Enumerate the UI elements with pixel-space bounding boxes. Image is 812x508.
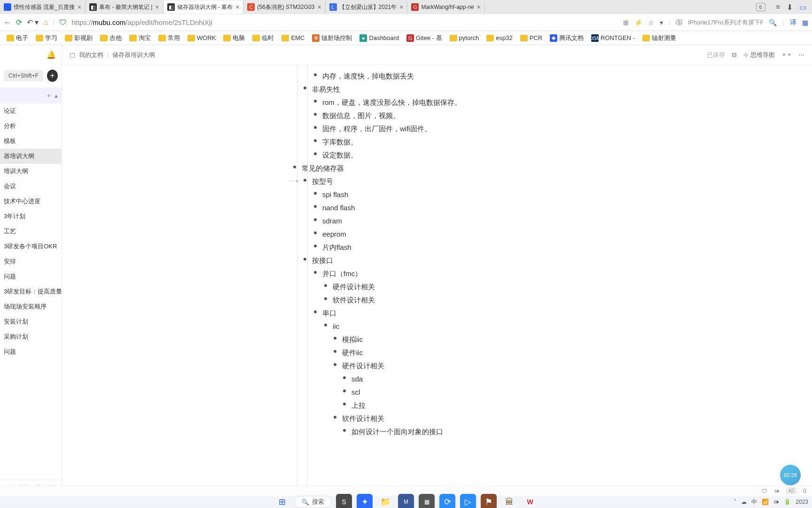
- app-icon-8[interactable]: W: [522, 494, 538, 508]
- bookmark-item[interactable]: pytorch: [447, 33, 482, 42]
- close-icon[interactable]: ×: [477, 3, 481, 11]
- node-text[interactable]: eeprom: [322, 228, 803, 241]
- bookmark-item[interactable]: 临时: [250, 33, 277, 43]
- search-engine-icon[interactable]: Ⓢ: [676, 18, 682, 27]
- collapse-icon[interactable]: ▴: [55, 92, 58, 99]
- outline-node[interactable]: scl: [351, 386, 803, 399]
- bullet-icon[interactable]: [293, 166, 296, 168]
- browser-tab[interactable]: GMarkWang/hf-app-ne×: [407, 0, 484, 14]
- search-doc-icon[interactable]: ⊟: [732, 51, 737, 58]
- node-text[interactable]: 并口（fmc）: [322, 267, 803, 280]
- node-text[interactable]: 非易失性: [312, 83, 803, 96]
- outline-node[interactable]: 片内flash: [322, 241, 803, 254]
- bookmark-item[interactable]: 电子: [4, 33, 31, 43]
- bookmark-item[interactable]: esp32: [484, 33, 515, 42]
- tab-count-badge[interactable]: 6: [756, 3, 765, 11]
- add-button[interactable]: +: [47, 70, 58, 82]
- app-icon-1[interactable]: S: [336, 494, 352, 508]
- document-item[interactable]: 培训大纲: [0, 164, 62, 179]
- more-icon[interactable]: ⋯: [798, 51, 804, 58]
- dropdown-icon[interactable]: ▾: [660, 19, 663, 26]
- undo-icon[interactable]: ↶ ▾: [27, 18, 39, 27]
- outline-node[interactable]: 硬件设计相关: [342, 359, 803, 373]
- bullet-icon[interactable]: [343, 389, 346, 392]
- app-icon-2[interactable]: ✦: [357, 494, 373, 508]
- bookmark-item[interactable]: ●Dashboard: [357, 33, 402, 43]
- outline-node[interactable]: 并口（fmc）: [322, 267, 803, 280]
- outline-node[interactable]: 字库数据。: [322, 135, 803, 149]
- search-shortcut[interactable]: Ctrl+Shift+F: [4, 70, 43, 81]
- node-text[interactable]: 按型号: [312, 175, 803, 188]
- mindmap-button[interactable]: ⊹ 思维导图: [743, 51, 775, 59]
- bookmark-item[interactable]: GGitee - 基: [404, 33, 445, 43]
- document-item[interactable]: 会议: [0, 179, 62, 194]
- node-text[interactable]: 软件设计相关: [342, 412, 803, 425]
- bullet-icon[interactable]: [324, 324, 327, 326]
- new-doc-icon[interactable]: +: [47, 92, 51, 99]
- document-item[interactable]: 器培训大纲: [0, 149, 62, 164]
- node-text[interactable]: 软件设计相关: [333, 294, 803, 307]
- outline-node[interactable]: 常见的储存器: [302, 162, 803, 175]
- node-text[interactable]: 硬件设计相关: [342, 359, 803, 373]
- bookmark-item[interactable]: DSMRONTGEN -: [588, 33, 638, 43]
- bullet-icon[interactable]: [304, 179, 306, 182]
- outline-node[interactable]: 数据信息，图片，视频。: [322, 109, 803, 122]
- back-icon[interactable]: ←: [4, 18, 11, 27]
- node-text[interactable]: 模拟iic: [342, 333, 803, 346]
- document-item[interactable]: 安排: [0, 254, 62, 269]
- bullet-icon[interactable]: [324, 284, 327, 287]
- home-icon[interactable]: ⌂: [43, 18, 48, 27]
- outline-node[interactable]: 软件设计相关: [342, 412, 803, 425]
- node-text[interactable]: spi flash: [322, 188, 803, 201]
- outline-node[interactable]: 非易失性: [312, 83, 803, 96]
- browser-tab[interactable]: C(56条消息) STM32G03×: [243, 0, 325, 14]
- bookmark-item[interactable]: 常用: [156, 33, 183, 43]
- tray-clock[interactable]: 2023: [796, 499, 808, 505]
- start-icon[interactable]: ⊞: [274, 494, 290, 508]
- screenshot-icon[interactable]: ▦: [802, 19, 808, 26]
- outline-node[interactable]: sda: [351, 373, 803, 386]
- node-text[interactable]: rom，硬盘，速度没那么快，掉电数据保存。: [322, 96, 803, 109]
- node-text[interactable]: 片内flash: [322, 241, 803, 254]
- search-hint[interactable]: iPhone17Pro系列才有屏下Fa: [688, 18, 763, 27]
- bullet-icon[interactable]: [314, 271, 317, 274]
- app-icon-5[interactable]: ▷: [460, 494, 476, 508]
- file-explorer-icon[interactable]: 📁: [377, 494, 393, 508]
- document-item[interactable]: 分析: [0, 119, 62, 134]
- tray-volume-icon[interactable]: 🕪: [773, 499, 779, 505]
- bookmark-item[interactable]: 淘宝: [126, 33, 154, 43]
- bullet-icon[interactable]: [334, 350, 336, 353]
- outline-node[interactable]: 硬件设计相关: [333, 280, 803, 294]
- bullet-icon[interactable]: [324, 297, 327, 300]
- document-item[interactable]: 问题: [0, 344, 62, 359]
- shield-status-icon[interactable]: 🛡: [762, 488, 767, 494]
- node-text[interactable]: 硬件iic: [342, 346, 803, 359]
- browser-tab[interactable]: ◧储存器培训大纲 - 幕布×: [164, 0, 244, 14]
- outline-node[interactable]: 按接口: [312, 254, 803, 267]
- download-icon[interactable]: ⬇: [787, 3, 793, 12]
- outline-node[interactable]: spi flash: [322, 188, 803, 201]
- document-item[interactable]: [0, 359, 62, 366]
- bookmark-item[interactable]: 影视剧: [62, 33, 95, 43]
- bullet-icon[interactable]: [314, 139, 317, 142]
- minimize-icon[interactable]: ▭: [799, 3, 806, 12]
- outline-node[interactable]: 模拟iic: [342, 333, 803, 346]
- breadcrumb-current[interactable]: 储存器培训大纲: [112, 51, 155, 59]
- volume-icon[interactable]: 🕪: [774, 488, 780, 494]
- breadcrumb-root[interactable]: 我的文档: [79, 51, 103, 59]
- bullet-icon[interactable]: [314, 310, 317, 313]
- bell-icon[interactable]: 🔔: [47, 50, 56, 59]
- outline-node[interactable]: eeprom: [322, 228, 803, 241]
- menu-icon[interactable]: ≡: [776, 3, 780, 11]
- browser-tab[interactable]: L【立创梁山派】2021年×: [326, 0, 408, 14]
- tray-wifi-icon[interactable]: 📶: [762, 499, 769, 505]
- app-icon-4[interactable]: ⟳: [439, 494, 455, 508]
- bullet-icon[interactable]: [343, 429, 346, 432]
- share-icon[interactable]: ⚬⚬: [781, 51, 792, 58]
- outline-node[interactable]: 设定数据。: [322, 149, 803, 162]
- bookmark-item[interactable]: ◆腾讯文档: [547, 33, 586, 43]
- outline-node[interactable]: 内存，速度快，掉电数据丢失: [322, 70, 803, 83]
- node-text[interactable]: 固件，程序，出厂固件，wifi固件。: [322, 122, 803, 135]
- bookmark-item[interactable]: EMC: [279, 33, 307, 42]
- app-icon-3[interactable]: M: [398, 494, 414, 508]
